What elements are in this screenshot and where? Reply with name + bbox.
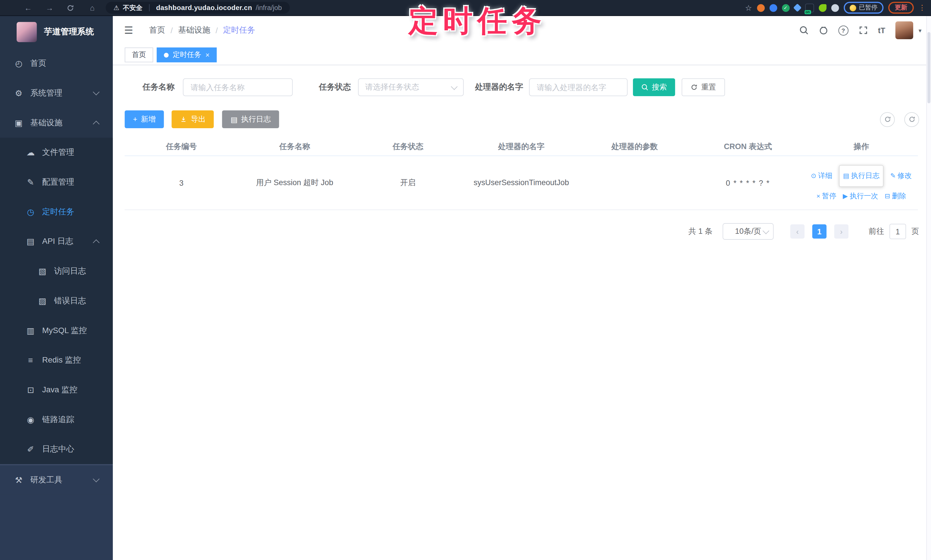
page-1-button[interactable]: 1 [812, 225, 826, 238]
timer-icon: ◷ [25, 207, 35, 217]
not-secure-label: 不安全 [123, 3, 142, 12]
job-name-input[interactable] [183, 78, 293, 96]
col-handler-name: 处理器的名字 [465, 138, 578, 156]
total-count-label: 共 1 条 [689, 226, 712, 237]
back-icon[interactable]: ← [24, 3, 32, 12]
run-once-link[interactable]: ▶ 执行一次 [843, 191, 878, 201]
search-button[interactable]: 搜索 [633, 78, 675, 96]
home-icon[interactable]: ⌂ [88, 3, 97, 12]
scrollbar[interactable] [926, 15, 931, 560]
sidebar-item-scheduled-jobs[interactable]: ◷ 定时任务 [0, 197, 113, 227]
bookmark-star-icon[interactable]: ☆ [745, 3, 752, 12]
sidebar-item-tracing[interactable]: ◉ 链路追踪 [0, 405, 113, 434]
detail-link-label: 详细 [818, 171, 832, 180]
sidebar-item-error-logs[interactable]: ▨ 错误日志 [0, 286, 113, 316]
extension-location-icon[interactable] [769, 4, 777, 11]
sidebar-item-label: API 日志 [42, 236, 73, 247]
tab-scheduled-jobs[interactable]: 定时任务 × [157, 48, 217, 62]
edit-link[interactable]: ✎ 修改 [890, 171, 911, 180]
screen: ← → ⌂ ⚠ 不安全 dashboard.yudao.iocoder.cn/i… [0, 0, 931, 560]
extension-orange-icon[interactable] [757, 4, 765, 11]
sidebar-item-dev-tools[interactable]: ⚒ 研发工具 [0, 465, 113, 495]
paused-extension-badge[interactable]: 已暂停 [843, 2, 883, 14]
browser-extensions-area: ☆ ✓ on 已暂停 更新 ⋮ [745, 0, 926, 15]
sidebar-item-redis-monitor[interactable]: ≡ Redis 监控 [0, 345, 113, 375]
extension-switch-icon[interactable]: on [805, 3, 814, 12]
sidebar-item-system-management[interactable]: ⚙ 系统管理 [0, 78, 113, 108]
main-area: ☰ 首页 / 基础设施 / 定时任务 ? tT ▾ [113, 15, 931, 560]
extension-green-check-icon[interactable]: ✓ [781, 4, 789, 11]
execution-log-button[interactable]: ▤ 执行日志 [222, 111, 279, 128]
url-path: /infra/job [256, 4, 282, 11]
handler-name-input[interactable] [529, 78, 627, 96]
export-button[interactable]: 导出 [172, 111, 214, 128]
pause-link[interactable]: × 暂停 [817, 191, 836, 201]
play-icon: ▶ [843, 192, 848, 200]
page-unit-label: 页 [911, 226, 919, 237]
browser-nav: ← → ⌂ [24, 3, 97, 12]
active-tab-dot [164, 53, 169, 57]
cron-expression: 0 * * * * ? * [726, 178, 770, 187]
github-icon[interactable] [818, 25, 828, 35]
browser-update-button[interactable]: 更新 [888, 2, 914, 14]
column-settings-button[interactable] [904, 112, 919, 127]
pencil-doc-icon: ✐ [25, 445, 35, 454]
search-icon[interactable] [799, 25, 808, 35]
screen-scaler: ← → ⌂ ⚠ 不安全 dashboard.yudao.iocoder.cn/i… [0, 0, 931, 560]
url-host: dashboard.yudao.iocoder.cn [156, 4, 252, 11]
add-button[interactable]: + 新增 [125, 111, 164, 128]
sidebar-item-mysql-monitor[interactable]: ▥ MySQL 监控 [0, 315, 113, 345]
next-page-button[interactable]: › [834, 225, 849, 238]
fullscreen-icon[interactable] [858, 25, 868, 35]
sidebar-item-java-monitor[interactable]: ⊡ Java 监控 [0, 375, 113, 405]
sidebar-item-config-management[interactable]: ✎ 配置管理 [0, 168, 113, 197]
handler-name-label: 处理器的名字 [475, 82, 523, 92]
highlighted-element-box: ▤ 执行日志 [839, 165, 883, 187]
tab-home[interactable]: 首页 [125, 48, 153, 62]
col-actions: 操作 [805, 138, 918, 156]
emoji-face-icon [849, 5, 856, 11]
detail-link[interactable]: ⊙ 详细 [811, 171, 832, 180]
prev-page-button[interactable]: ‹ [790, 225, 805, 238]
browser-menu-icon[interactable]: ⋮ [919, 4, 926, 11]
avatar[interactable] [896, 22, 913, 39]
list-icon: ▤ [230, 115, 237, 124]
sidebar-item-label: MySQL 监控 [42, 325, 87, 336]
sidebar-item-infrastructure[interactable]: ▣ 基础设施 [0, 108, 113, 138]
close-icon[interactable]: × [205, 51, 210, 58]
breadcrumb-item-home[interactable]: 首页 [149, 25, 165, 35]
chevron-down-icon[interactable]: ▾ [919, 27, 921, 34]
reset-button[interactable]: 重置 [682, 78, 725, 96]
font-size-icon[interactable]: tT [878, 26, 885, 35]
forward-icon[interactable]: → [45, 3, 54, 12]
sidebar-item-label: 访问日志 [54, 266, 86, 277]
address-bar[interactable]: ⚠ 不安全 dashboard.yudao.iocoder.cn/infra/j… [106, 2, 290, 14]
cell-job-status: 开启 [351, 156, 465, 210]
sidebar-item-label: Java 监控 [42, 385, 77, 395]
sidebar-item-home[interactable]: ◴ 首页 [0, 49, 113, 78]
scrollbar-thumb[interactable] [928, 32, 930, 103]
goto-page-input[interactable] [889, 224, 906, 239]
help-icon[interactable]: ? [838, 25, 848, 35]
app-logo-image [17, 22, 37, 42]
reload-icon[interactable] [66, 4, 75, 11]
plus-icon: + [133, 115, 137, 123]
pagination: 共 1 条 10条/页 ‹ 1 › 前往 页 [125, 223, 919, 240]
sidebar-item-api-logs[interactable]: ▤ API 日志 [0, 227, 113, 256]
delete-link-label: 删除 [892, 191, 906, 201]
delete-link[interactable]: ⊟ 删除 [885, 191, 906, 201]
job-log-link[interactable]: ▤ 执行日志 [843, 171, 880, 180]
extensions-puzzle-icon[interactable] [831, 4, 839, 11]
sidebar-item-access-logs[interactable]: ▧ 访问日志 [0, 256, 113, 286]
collapse-sidebar-icon[interactable]: ☰ [124, 24, 133, 37]
job-status-select[interactable]: 请选择任务状态 [358, 78, 464, 96]
sidebar-item-file-management[interactable]: ☁ 文件管理 [0, 138, 113, 168]
extension-leaf-icon[interactable] [818, 4, 826, 11]
breadcrumb-separator: / [216, 26, 218, 35]
sidebar-item-log-center[interactable]: ✐ 日志中心 [0, 434, 113, 464]
sidebar-logo[interactable]: 芋道管理系统 [0, 15, 113, 49]
refresh-table-button[interactable] [880, 112, 895, 127]
breadcrumb-item-infrastructure[interactable]: 基础设施 [178, 25, 210, 35]
page-size-select[interactable]: 10条/页 [723, 223, 774, 240]
extension-gem-icon[interactable] [793, 3, 801, 12]
